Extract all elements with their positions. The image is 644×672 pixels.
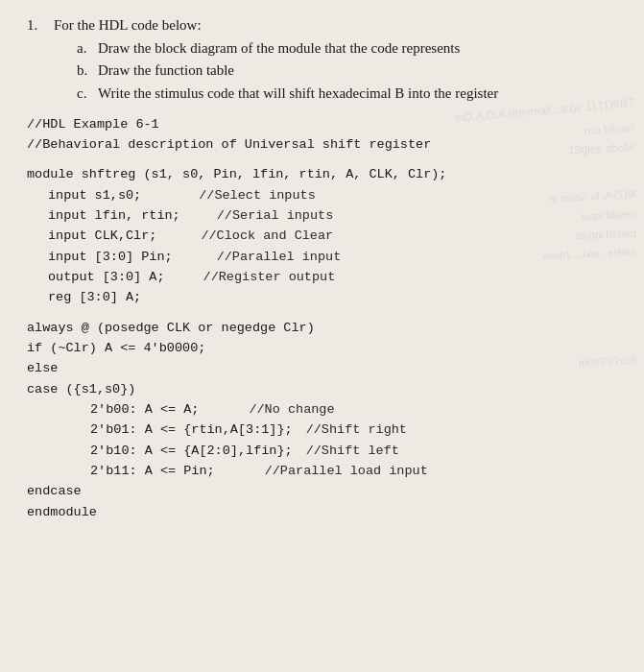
case-item-0: 2'b00: A <= A; //No change — [27, 399, 617, 420]
sub-item-a: a. Draw the block diagram of the module … — [77, 37, 617, 60]
code-s1s0: input s1,s0; — [27, 185, 141, 205]
comment-pin: //Parallel input — [217, 247, 342, 267]
code-lfin: input lfin, rtin; — [27, 205, 180, 226]
code-clk: input CLK,Clr; — [27, 226, 156, 246]
sub-item-c: c. Write the stimulus code that will shi… — [77, 83, 617, 105]
page: 1. For the HDL code below: a. Draw the b… — [0, 0, 644, 672]
code-line-lfin: input lfin, rtin; //Serial inputs — [27, 205, 617, 226]
question-intro: For the HDL code below: — [54, 17, 202, 34]
endcase-line: endcase — [27, 481, 617, 501]
sub-item-b: b. Draw the function table — [77, 60, 617, 82]
always-line: always @ (posedge CLK or negedge Clr) — [27, 318, 617, 338]
case-comment-0: //No change — [249, 399, 334, 420]
code-comment2: //Behavioral description of Universal sh… — [27, 134, 617, 155]
code-reg: reg [3:0] A; — [27, 287, 141, 307]
code-line-reg: reg [3:0] A; — [27, 287, 617, 307]
if-line: if (~Clr) A <= 4'b0000; — [27, 338, 617, 358]
code-line-out: output [3:0] A; //Register output — [27, 267, 617, 287]
case-item-3: 2'b11: A <= Pin; //Parallel load input — [27, 461, 617, 481]
sub-text-c: Write the stimulus code that will shift … — [98, 83, 498, 105]
sub-label-c: c. — [77, 83, 92, 105]
module-decl: module shftreg (s1, s0, Pin, lfin, rtin,… — [27, 164, 617, 184]
case-comment-3: //Parallel load input — [265, 461, 428, 481]
case-code-2: 2'b10: A <= {A[2:0],lfin}; — [27, 441, 293, 461]
endmodule-line: endmodule — [27, 502, 617, 522]
comment-out: //Register output — [203, 267, 336, 287]
sub-items: a. Draw the block diagram of the module … — [77, 37, 617, 105]
code-line-s1s0: input s1,s0; //Select inputs — [27, 185, 617, 205]
code-block: //HDL Example 6-1 //Behavioral descripti… — [27, 114, 617, 522]
sub-text-b: Draw the function table — [98, 60, 234, 82]
case-code-3: 2'b11: A <= Pin; — [27, 461, 215, 481]
sub-text-a: Draw the block diagram of the module tha… — [98, 37, 460, 60]
else-line: else — [27, 358, 617, 378]
case-comment-1: //Shift right — [306, 420, 407, 440]
case-line: case ({s1,s0}) — [27, 379, 617, 399]
comment-s1s0: //Select inputs — [199, 185, 316, 205]
sub-label-b: b. — [77, 60, 92, 82]
code-pin: input [3:0] Pin; — [27, 247, 173, 267]
code-line-pin: input [3:0] Pin; //Parallel input — [27, 247, 617, 267]
code-comment1: //HDL Example 6-1 — [27, 114, 617, 134]
case-code-0: 2'b00: A <= A; — [27, 399, 199, 420]
comment-clk: //Clock and Clear — [201, 226, 333, 246]
case-code-1: 2'b01: A <= {rtin,A[3:1]}; — [27, 420, 293, 440]
question-number: 1. — [27, 17, 48, 34]
sub-label-a: a. — [77, 37, 92, 60]
code-line-clk: input CLK,Clr; //Clock and Clear — [27, 226, 617, 246]
question-header: 1. For the HDL code below: — [27, 17, 617, 34]
case-item-1: 2'b01: A <= {rtin,A[3:1]}; //Shift right — [27, 420, 617, 440]
case-item-2: 2'b10: A <= {A[2:0],lfin}; //Shift left — [27, 441, 617, 461]
code-out: output [3:0] A; — [27, 267, 165, 287]
comment-lfin: //Serial inputs — [217, 205, 334, 226]
case-comment-2: //Shift left — [306, 441, 399, 461]
